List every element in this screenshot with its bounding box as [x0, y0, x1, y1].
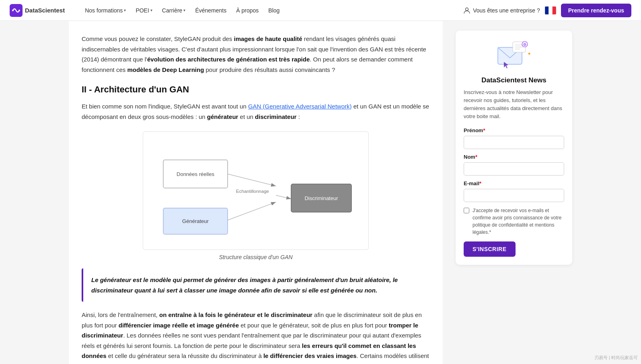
nav-item-formations[interactable]: Nos formations ▾: [81, 5, 130, 16]
nav-item-apropos[interactable]: À propos: [232, 5, 263, 16]
email-field-group: E-mail*: [464, 180, 564, 207]
section-heading: II - Architecture d'un GAN: [82, 84, 430, 95]
svg-text:✦: ✦: [527, 51, 531, 57]
watermark: 刃易号 | 时尚玩家岳可: [594, 355, 638, 361]
prenom-label: Prénom*: [464, 127, 564, 133]
gan-link[interactable]: GAN (Generative Adversarial Network): [248, 103, 352, 110]
svg-line-12: [228, 174, 276, 186]
email-input[interactable]: [464, 189, 564, 202]
logo-link[interactable]: DataScientest: [10, 4, 65, 17]
prenom-input[interactable]: [464, 136, 564, 149]
quote-text: Le générateur est le modèle qui permet d…: [91, 275, 422, 295]
cta-button[interactable]: Prendre rendez-vous: [561, 4, 631, 17]
svg-text:Générateur: Générateur: [182, 218, 209, 224]
chevron-down-icon: ▾: [150, 8, 152, 12]
consent-checkbox[interactable]: [464, 208, 469, 213]
svg-point-2: [18, 10, 20, 11]
page-wrapper: Comme vous pouvez le constater, StyleGAN…: [59, 21, 582, 364]
sidebar-illustration: ⚙ ✦: [464, 39, 564, 71]
nom-input[interactable]: [464, 162, 564, 176]
svg-point-3: [466, 8, 468, 10]
nav-item-blog[interactable]: Blog: [264, 5, 284, 16]
language-flag[interactable]: [545, 6, 556, 14]
svg-text:⚙: ⚙: [523, 43, 526, 47]
section-paragraph: Et bien comme son nom l'indique, StyleGA…: [82, 101, 430, 122]
svg-rect-5: [549, 6, 552, 14]
body-paragraph: Ainsi, lors de l'entraînement, on entraî…: [82, 310, 430, 364]
svg-point-1: [12, 10, 14, 11]
nav-item-poei[interactable]: POEI ▾: [131, 5, 156, 16]
intro-paragraph: Comme vous pouvez le constater, StyleGAN…: [82, 34, 430, 75]
nom-label: Nom*: [464, 154, 564, 160]
svg-text:Echantillonnage: Echantillonnage: [236, 189, 269, 194]
svg-line-13: [228, 202, 276, 220]
sidebar-desc: Inscrivez-vous à notre Newsletter pour r…: [464, 88, 564, 121]
nav-item-evenements[interactable]: Événements: [191, 5, 230, 16]
logo-text: DataScientest: [25, 7, 65, 14]
sidebar: ⚙ ✦ DataScientest News Inscrivez-vous à …: [456, 21, 572, 364]
svg-text:Données réelles: Données réelles: [177, 171, 214, 177]
consent-row: J'accepte de recevoir vos e-mails et con…: [464, 207, 564, 236]
svg-line-15: [276, 195, 291, 199]
enterprise-icon: [463, 7, 470, 14]
diagram-svg: Données réelles Générateur Echantillonna…: [151, 140, 360, 240]
nav-links: Nos formations ▾ POEI ▾ Carrière ▾ Événe…: [81, 5, 460, 16]
gan-diagram: Données réelles Générateur Echantillonna…: [82, 131, 430, 260]
email-label: E-mail*: [464, 180, 564, 186]
nav-right: Vous êtes une entreprise ? Prendre rende…: [463, 4, 631, 17]
navbar: DataScientest Nos formations ▾ POEI ▾ Ca…: [0, 0, 641, 21]
svg-rect-4: [545, 6, 549, 14]
prenom-field-group: Prénom*: [464, 127, 564, 154]
nom-field-group: Nom*: [464, 154, 564, 180]
quote-block: Le générateur est le modèle qui permet d…: [82, 268, 430, 302]
chevron-down-icon: ▾: [183, 8, 185, 12]
diagram-container: Données réelles Générateur Echantillonna…: [143, 131, 369, 250]
svg-rect-6: [552, 6, 556, 14]
article: Comme vous pouvez le constater, StyleGAN…: [69, 21, 443, 364]
svg-text:Discriminateur: Discriminateur: [304, 195, 338, 201]
logo-icon: [10, 4, 23, 17]
consent-label: J'accepte de recevoir vos e-mails et con…: [473, 207, 564, 236]
subscribe-button[interactable]: S'INSCRIRE: [464, 241, 516, 257]
chevron-down-icon: ▾: [124, 8, 126, 12]
nav-item-carriere[interactable]: Carrière ▾: [158, 5, 190, 16]
enterprise-link[interactable]: Vous êtes une entreprise ?: [463, 7, 540, 14]
sidebar-newsletter-title: DataScientest News: [464, 76, 564, 84]
diagram-caption: Structure classique d'un GAN: [219, 254, 292, 260]
newsletter-illustration: ⚙ ✦: [496, 39, 532, 71]
newsletter-card: ⚙ ✦ DataScientest News Inscrivez-vous à …: [456, 31, 572, 265]
